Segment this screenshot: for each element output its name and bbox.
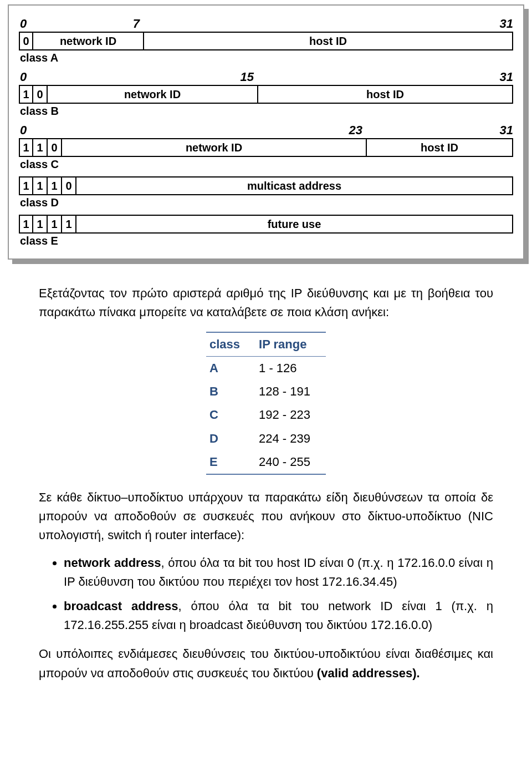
- bullet-broadcast-address: broadcast address, όπου όλα τα bit του n…: [64, 597, 493, 635]
- field-multicast: multicast address: [76, 176, 513, 195]
- field-host-id: host ID: [258, 85, 513, 104]
- table-header-class: class: [206, 332, 255, 357]
- bar-class-c: 1 1 0 network ID host ID: [19, 138, 513, 157]
- bit-cell: 0: [33, 85, 48, 104]
- bit-cell: 0: [48, 138, 62, 157]
- label-class-a: class A: [19, 52, 513, 64]
- bit-cell: 1: [19, 215, 33, 234]
- bar-class-e: 1 1 1 1 future use: [19, 215, 513, 234]
- ticks-class-b: 0 15 31: [19, 70, 513, 84]
- field-network-id: network ID: [48, 85, 258, 104]
- bit-cell: 1: [48, 176, 62, 195]
- bit-cell: 1: [33, 176, 48, 195]
- bit-cell: 1: [19, 138, 33, 157]
- label-class-d: class D: [19, 196, 513, 209]
- bit-cell: 1: [19, 85, 33, 104]
- table-header-range: IP range: [255, 332, 326, 357]
- restricted-addresses-paragraph: Σε κάθε δίκτυο–υποδίκτυο υπάρχουν τα παρ…: [39, 488, 493, 545]
- bar-class-b: 1 0 network ID host ID: [19, 85, 513, 104]
- bit-cell: 1: [33, 138, 48, 157]
- label-class-c: class C: [19, 158, 513, 171]
- bit-cell: 0: [62, 176, 76, 195]
- valid-addresses-paragraph: Οι υπόλοιπες ενδιάμεσες διευθύνσεις του …: [39, 645, 493, 682]
- table-row: D224 - 239: [206, 427, 326, 450]
- field-future-use: future use: [76, 215, 513, 234]
- table-row: A1 - 126: [206, 357, 326, 381]
- bit-cell: 1: [48, 215, 62, 234]
- bit-cell: 1: [62, 215, 76, 234]
- table-row: C192 - 223: [206, 403, 326, 427]
- ip-class-diagram: 0 7 31 0 network ID host ID class A 0 15…: [8, 4, 524, 260]
- label-class-b: class B: [19, 105, 513, 118]
- bit-cell: 0: [19, 32, 33, 50]
- field-host-id: host ID: [367, 138, 513, 157]
- intro-paragraph: Εξετάζοντας τον πρώτο αριστερά αριθμό τη…: [39, 284, 493, 322]
- table-row: B128 - 191: [206, 380, 326, 403]
- bit-cell: 1: [19, 176, 33, 195]
- label-class-e: class E: [19, 235, 513, 247]
- bar-class-d: 1 1 1 0 multicast address: [19, 176, 513, 195]
- bullet-network-address: network address, όπου όλα τα bit του hos…: [64, 554, 493, 591]
- field-network-id: network ID: [62, 138, 367, 157]
- ticks-class-a: 0 7 31: [19, 17, 513, 31]
- ip-range-table: class IP range A1 - 126 B128 - 191 C192 …: [206, 332, 326, 475]
- bar-class-a: 0 network ID host ID: [19, 32, 513, 50]
- bit-cell: 1: [33, 215, 48, 234]
- table-row: E240 - 255: [206, 450, 326, 474]
- ticks-class-c: 0 23 31: [19, 123, 513, 138]
- field-host-id: host ID: [144, 32, 513, 50]
- field-network-id: network ID: [33, 32, 144, 50]
